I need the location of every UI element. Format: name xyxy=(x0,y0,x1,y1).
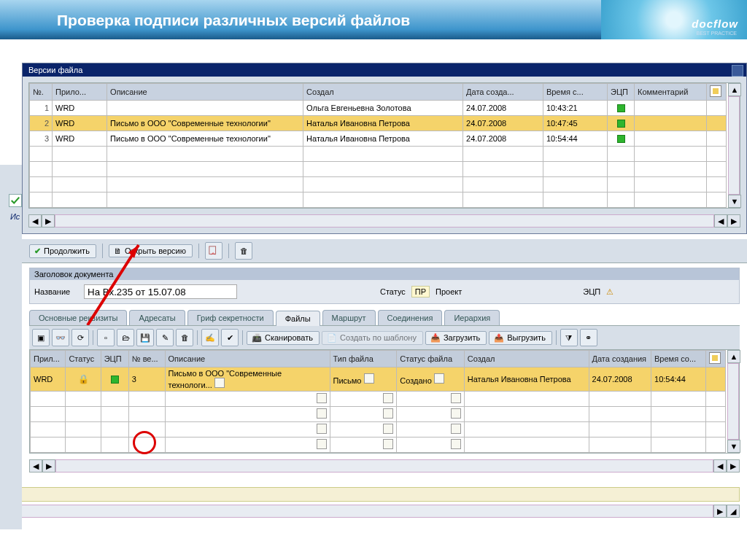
dropdown-icon[interactable] xyxy=(451,439,461,449)
tool-icon-button[interactable]: ✍ xyxy=(201,329,219,346)
vertical-scrollbar[interactable]: ▲ ▼ xyxy=(727,350,739,453)
col-ver[interactable]: № ве... xyxy=(128,351,165,368)
dropdown-icon[interactable] xyxy=(383,424,393,434)
tab-files[interactable]: Файлы xyxy=(276,311,320,326)
horizontal-scrollbar[interactable]: ◀ ▶ ◀ ▶ xyxy=(28,214,740,228)
files-grid[interactable]: Прил... Статус ЭЦП № ве... Описание Тип … xyxy=(30,350,726,453)
tab-hierarchy[interactable]: Иерархия xyxy=(444,310,500,325)
tab-addresses[interactable]: Адресаты xyxy=(129,310,185,325)
tab-main[interactable]: Основные реквизиты xyxy=(29,310,127,325)
dropdown-icon[interactable] xyxy=(451,408,461,419)
scroll-down-icon[interactable]: ▼ xyxy=(728,195,741,208)
dropdown-icon[interactable] xyxy=(317,424,327,434)
sign-check-button[interactable] xyxy=(205,242,222,260)
version-row-selected[interactable]: 2WRDПисьмо в ООО "Современные технологии… xyxy=(30,116,727,131)
files-table-wrap: Прил... Статус ЭЦП № ве... Описание Тип … xyxy=(29,349,740,454)
col-ecp[interactable]: ЭЦП xyxy=(101,351,128,368)
col-app[interactable]: Прил... xyxy=(31,351,66,368)
pencil-icon: ✎ xyxy=(162,333,169,343)
col-desc[interactable]: Описание xyxy=(165,351,330,368)
tool-icon-button[interactable]: 🗁 xyxy=(117,329,134,346)
status-value: Проект xyxy=(436,287,462,296)
col-date[interactable]: Дата создания xyxy=(589,351,651,368)
scroll-left-icon[interactable]: ◀ xyxy=(29,459,42,472)
dropdown-icon[interactable] xyxy=(317,408,327,419)
dropdown-icon[interactable] xyxy=(317,393,327,403)
signature-icon xyxy=(209,246,219,256)
scroll-left-end-icon[interactable]: ◀ xyxy=(714,214,727,228)
download-icon: 📥 xyxy=(430,333,441,343)
col-ecp[interactable]: ЭЦП xyxy=(608,84,635,101)
col-time[interactable]: Время со... xyxy=(651,351,706,368)
dropdown-icon[interactable] xyxy=(383,408,393,419)
tool-icon-button[interactable]: ⟳ xyxy=(71,329,89,346)
scroll-down-icon[interactable]: ▼ xyxy=(727,440,740,453)
bg-check-button[interactable] xyxy=(9,194,22,207)
dropdown-icon[interactable] xyxy=(383,393,393,403)
col-by[interactable]: Создал xyxy=(464,351,589,368)
col-time[interactable]: Время с... xyxy=(543,84,607,101)
save-icon: 💾 xyxy=(140,333,150,343)
col-status[interactable]: Статус xyxy=(66,351,101,368)
resize-grip-icon[interactable]: ◢ xyxy=(727,505,740,518)
scroll-up-icon[interactable]: ▲ xyxy=(727,350,740,363)
dropdown-icon[interactable] xyxy=(451,393,461,403)
dropdown-icon[interactable] xyxy=(383,439,393,449)
tool-icon-button[interactable]: ✔ xyxy=(221,329,239,346)
empty-row xyxy=(30,192,727,208)
logo-text: docflow xyxy=(692,18,738,30)
tool-icon-button[interactable]: 🗑 xyxy=(176,329,193,346)
load-button[interactable]: 📥Загрузить xyxy=(425,331,487,345)
scroll-right-icon[interactable]: ▶ xyxy=(42,459,55,472)
tool-icon-button[interactable]: ⚭ xyxy=(580,329,597,346)
files-horizontal-scrollbar[interactable]: ◀ ▶ ◀ ▶ xyxy=(29,459,740,472)
tool-icon-button[interactable]: 👓 xyxy=(52,329,69,346)
col-desc[interactable]: Описание xyxy=(107,84,303,101)
tool-icon-button[interactable]: 💾 xyxy=(136,329,154,346)
window-horizontal-scrollbar[interactable]: ◀ ▶ ◢ xyxy=(0,505,740,518)
tab-route[interactable]: Маршрут xyxy=(322,310,376,325)
scroll-up-icon[interactable]: ▲ xyxy=(728,83,741,96)
upload-icon: 📤 xyxy=(494,333,504,343)
scan-button[interactable]: 📠Сканировать xyxy=(247,331,320,345)
scroll-right-icon[interactable]: ▶ xyxy=(42,214,55,228)
col-settings[interactable] xyxy=(706,351,726,368)
version-row[interactable]: 3WRDПисьмо в ООО "Современные технологии… xyxy=(30,131,727,147)
version-row[interactable]: 1WRDОльга Евгеньевна Золотова24.07.20081… xyxy=(30,101,727,116)
dropdown-icon[interactable] xyxy=(364,373,374,384)
tool-icon-button[interactable]: ▣ xyxy=(32,329,50,346)
unload-button[interactable]: 📤Выгрузить xyxy=(489,331,552,345)
scroll-right-end-icon[interactable]: ▶ xyxy=(727,459,740,472)
tool-icon-button[interactable]: ✎ xyxy=(156,329,174,346)
scroll-left-end-icon[interactable]: ◀ xyxy=(713,459,727,472)
document-header: Заголовок документа Название Статус ПР П… xyxy=(29,268,740,304)
versions-grid[interactable]: №. Прило... Описание Создал Дата созда..… xyxy=(29,83,727,208)
col-by[interactable]: Создал xyxy=(303,84,463,101)
tool-icon-button[interactable]: ▫ xyxy=(97,329,115,346)
col-settings[interactable] xyxy=(707,84,727,101)
delete-button[interactable]: 🗑 xyxy=(235,242,252,260)
name-input[interactable] xyxy=(84,284,237,299)
dropdown-icon[interactable] xyxy=(434,373,444,384)
col-date[interactable]: Дата созда... xyxy=(463,84,543,101)
open-version-button[interactable]: 🗎Открыть версию xyxy=(109,244,193,257)
close-icon[interactable] xyxy=(732,65,743,77)
dropdown-icon[interactable] xyxy=(451,424,461,434)
col-no[interactable]: №. xyxy=(30,84,53,101)
scroll-right-end-icon[interactable]: ▶ xyxy=(727,214,740,228)
dropdown-icon[interactable] xyxy=(214,378,225,388)
col-type[interactable]: Тип файла xyxy=(330,351,397,368)
col-app[interactable]: Прило... xyxy=(53,84,107,101)
vertical-scrollbar[interactable]: ▲ ▼ xyxy=(728,83,740,208)
tab-secrecy[interactable]: Гриф секретности xyxy=(187,310,274,325)
filter-button[interactable]: ⧩ xyxy=(560,329,578,346)
continue-button[interactable]: ✔Продолжить xyxy=(29,244,96,258)
col-fstat[interactable]: Статус файла xyxy=(397,351,464,368)
scroll-right-icon[interactable]: ▶ xyxy=(713,505,727,518)
slide-banner: Проверка подписи различных версий файлов… xyxy=(0,0,747,39)
scroll-left-icon[interactable]: ◀ xyxy=(28,214,42,228)
file-row-selected[interactable]: WRD 🔒 3 Письмо в ООО "Современные технол… xyxy=(31,368,726,392)
tab-connections[interactable]: Соединения xyxy=(378,310,443,325)
dropdown-icon[interactable] xyxy=(317,439,327,449)
col-cmt[interactable]: Комментарий xyxy=(635,84,707,101)
